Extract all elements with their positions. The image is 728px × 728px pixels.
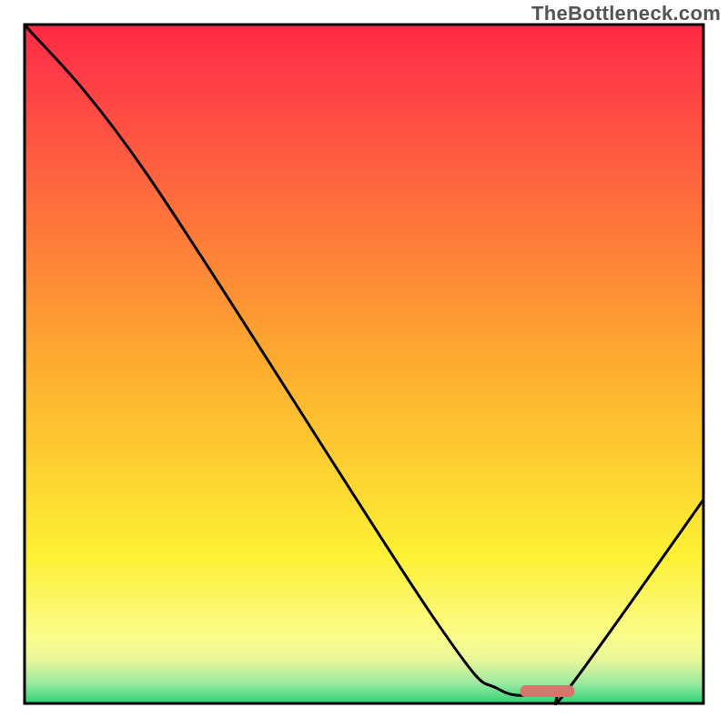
bottleneck-chart (0, 0, 728, 728)
chart-container: TheBottleneck.com (0, 0, 728, 728)
optimal-zone-marker (521, 685, 575, 697)
plot-background (25, 25, 703, 703)
watermark-text: TheBottleneck.com (531, 2, 721, 25)
